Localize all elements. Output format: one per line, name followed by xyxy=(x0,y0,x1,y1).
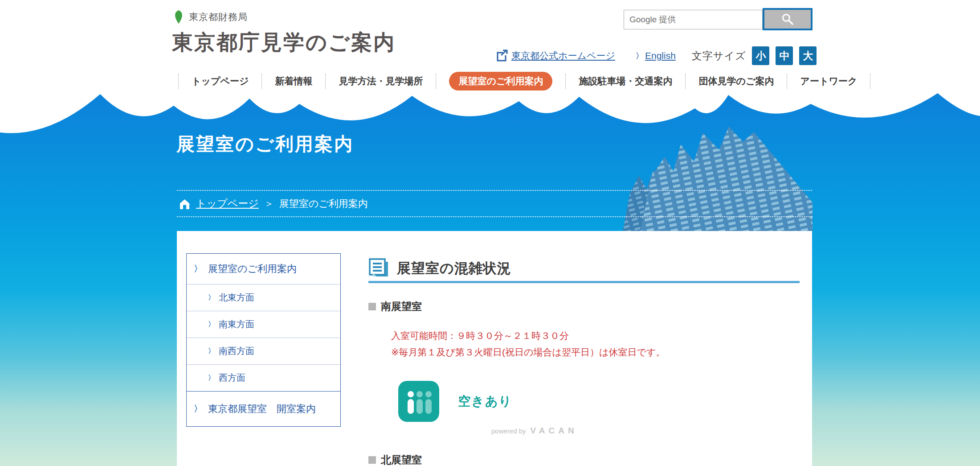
nav-active-pill: 展望室のご利用案内 xyxy=(449,72,552,91)
nav-item-group[interactable]: 団体見学のご案内 xyxy=(685,74,787,89)
main-nav: トップページ 新着情報 見学方法・見学場所 展望室のご利用案内 施設駐車場・交通… xyxy=(178,70,870,92)
font-size-label: 文字サイズ xyxy=(692,49,746,63)
search-icon xyxy=(781,13,794,25)
vacancy-widget[interactable]: 空きあり xyxy=(398,381,512,422)
south-observatory-heading: 南展望室 xyxy=(368,300,422,313)
tokyo-leaf-icon xyxy=(173,10,184,24)
section-heading: 展望室の混雑状況 xyxy=(368,258,511,279)
agency-name: 東京都財務局 xyxy=(189,11,248,23)
official-home-link-group[interactable]: 東京都公式ホームページ xyxy=(495,49,615,62)
section-underline xyxy=(368,281,800,283)
chevron-right-icon: 〉 xyxy=(208,347,215,355)
font-size-large-button[interactable]: 大 xyxy=(799,46,817,65)
english-link-group[interactable]: 〉 English xyxy=(636,50,676,61)
closed-days-note: ※毎月第１及び第３火曜日(祝日の場合は翌平日）は休室日です。 xyxy=(391,344,666,360)
external-link-icon xyxy=(495,49,508,62)
font-size-small-button[interactable]: 小 xyxy=(752,46,769,65)
square-bullet-icon xyxy=(368,456,376,464)
font-size-buttons: 小 中 大 xyxy=(752,46,817,65)
sidebar-item-southwest[interactable]: 〉 南西方面 xyxy=(187,338,340,364)
nav-item-visit[interactable]: 見学方法・見学場所 xyxy=(325,74,436,89)
sidebar-item-label: 展望室のご利用案内 xyxy=(208,262,297,276)
chevron-right-icon: 〉 xyxy=(208,320,215,329)
chevron-right-icon: 〉 xyxy=(194,263,202,275)
north-observatory-title: 北展望室 xyxy=(381,453,422,466)
chevron-right-icon: 〉 xyxy=(208,374,215,382)
sidebar-item-west[interactable]: 〉 西方面 xyxy=(187,364,340,391)
occupancy-people-icon xyxy=(398,381,439,422)
vacancy-status-text: 空きあり xyxy=(458,393,512,410)
search-button[interactable] xyxy=(763,8,813,30)
document-icon xyxy=(368,258,390,279)
breadcrumb-home-link[interactable]: トップページ xyxy=(196,197,259,210)
sidebar-item-southeast[interactable]: 〉 南東方面 xyxy=(187,311,340,338)
south-observatory-notice: 入室可能時間：９時３０分～２１時３０分 ※毎月第１及び第３火曜日(祝日の場合は翌… xyxy=(391,327,666,360)
nav-item-top[interactable]: トップページ xyxy=(178,74,261,89)
nav-item-parking[interactable]: 施設駐車場・交通案内 xyxy=(565,74,685,89)
home-icon xyxy=(179,198,191,210)
font-size-medium-button[interactable]: 中 xyxy=(776,46,793,65)
vacan-credit: powered by VACAN xyxy=(491,426,578,436)
site-header: 東京都財務局 東京都庁見学のご案内 東京都公式ホームページ 〉 English … xyxy=(0,0,980,91)
utility-links: 東京都公式ホームページ 〉 English 文字サイズ 小 中 大 xyxy=(495,45,817,66)
nav-item-observatory[interactable]: 展望室のご利用案内 xyxy=(436,74,565,89)
sidebar-item-northeast[interactable]: 〉 北東方面 xyxy=(187,284,340,311)
powered-by-text: powered by xyxy=(491,427,526,435)
breadcrumb: トップページ ＞ 展望室のご利用案内 xyxy=(177,190,812,217)
sidebar-item-label: 北東方面 xyxy=(219,292,254,304)
breadcrumb-current: 展望室のご利用案内 xyxy=(279,197,368,210)
vacan-logo: VACAN xyxy=(531,426,578,436)
square-bullet-icon xyxy=(368,303,376,310)
south-observatory-title: 南展望室 xyxy=(381,300,422,313)
sidebar-item-label: 南西方面 xyxy=(219,345,254,357)
sidebar-item-label: 西方面 xyxy=(219,372,245,384)
chevron-right-icon: 〉 xyxy=(194,403,202,415)
search-input[interactable] xyxy=(624,10,763,29)
chevron-right-icon: 〉 xyxy=(636,51,643,61)
section-title: 展望室の混雑状況 xyxy=(397,259,511,278)
sidebar-item-opening-info[interactable]: 〉 東京都展望室 開室案内 xyxy=(187,391,340,426)
breadcrumb-separator: ＞ xyxy=(264,197,274,210)
agency-brand: 東京都財務局 xyxy=(173,10,248,24)
wave-decoration xyxy=(0,91,980,145)
content-card: 〉 展望室のご利用案内 〉 北東方面 〉 南東方面 〉 南西方面 〉 西方面 〉… xyxy=(177,231,812,466)
sidebar-item-label: 南東方面 xyxy=(219,318,254,330)
sidebar-menu: 〉 展望室のご利用案内 〉 北東方面 〉 南東方面 〉 南西方面 〉 西方面 〉… xyxy=(186,253,341,427)
entry-hours: 入室可能時間：９時３０分～２１時３０分 xyxy=(391,327,666,344)
official-home-link[interactable]: 東京都公式ホームページ xyxy=(511,49,615,62)
chevron-right-icon: 〉 xyxy=(208,293,215,302)
north-observatory-heading: 北展望室 xyxy=(368,453,422,466)
nav-item-artwork[interactable]: アートワーク xyxy=(787,74,870,89)
sidebar-item-label: 東京都展望室 開室案内 xyxy=(208,402,316,416)
site-title: 東京都庁見学のご案内 xyxy=(172,29,396,57)
page-title: 展望室のご利用案内 xyxy=(176,132,354,157)
nav-item-news[interactable]: 新着情報 xyxy=(261,74,325,89)
english-link[interactable]: English xyxy=(645,50,676,61)
sidebar-item-observatory-guide[interactable]: 〉 展望室のご利用案内 xyxy=(187,254,340,284)
